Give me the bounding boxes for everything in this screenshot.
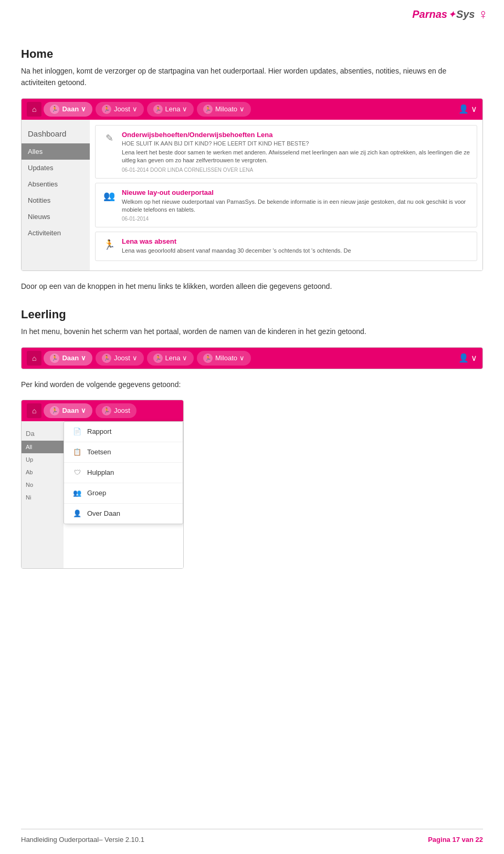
page-footer: Handleiding Ouderportaal– Versie 2.10.1 … [21,829,483,843]
screenshot-dashboard: ⌂ 🏃 Daan ∨ 🏃 Joost ∨ 🏃 Lena ∨ 🏃 Miloato … [21,98,483,271]
nav-child-joost-3[interactable]: 🏃 Joost [96,403,136,418]
card-body-1: Onderwijsbehoeften/Onderwijsbehoeften Le… [122,131,470,173]
dropdown-sidebar-ni[interactable]: Ni [22,491,64,504]
dropdown-menu-popup: 📄 Rapport 📋 Toetsen 🛡 Hulpplan 👥 Groep [64,421,183,524]
page-content: Home Na het inloggen, komt de verzorger … [0,0,504,620]
card-date-2: 06-01-2014 [122,216,470,222]
card-onderwijsbehoeften: ✎ Onderwijsbehoeften/Onderwijsbehoeften … [95,125,477,179]
home-title: Home [21,47,483,61]
card-lena-absent: 🏃 Lena was absent Lena was geoorloofd ab… [95,232,477,261]
footer-right: Pagina 17 van 22 [428,836,483,843]
footer-suffix: van [460,836,476,843]
nav-user-button-1[interactable]: 👤 ∨ [458,104,477,114]
daan-icon-3: 🏃 [50,406,59,415]
leerling-para2: Per kind worden de volgende gegevens get… [21,379,483,390]
leerling-title: Leerling [21,308,483,321]
dropdown-sidebar-no[interactable]: No [22,478,64,491]
card-users-icon: 👥 [102,189,117,203]
miloato-icon-1: 🏃 [203,105,213,114]
nav-child-lena-1[interactable]: 🏃 Lena ∨ [147,102,194,117]
card-title-1: Onderwijsbehoeften/Onderwijsbehoeften Le… [122,131,470,139]
leerling-para1: In het menu, bovenin het scherm van het … [21,326,483,337]
dropdown-item-groep[interactable]: 👥 Groep [64,483,183,504]
sidebar-updates[interactable]: Updates [22,160,90,176]
screenshot-dropdown: ⌂ 🏃 Daan ∨ 🏃 Joost Da All Up Ab No Ni [21,400,184,569]
dashboard-title: Dashboard [22,125,90,143]
miloato-icon-2: 🏃 [203,353,213,363]
card-run-icon: 🏃 [102,237,117,252]
over-daan-icon: 👤 [72,509,82,518]
logo: Parnas ✦ Sys ♀ [412,6,488,23]
home-button-2[interactable]: ⌂ [27,351,41,366]
screenshot-navbar: ⌂ 🏃 Daan ∨ 🏃 Joost ∨ 🏃 Lena ∨ 🏃 Miloato … [21,347,483,369]
sidebar-alles[interactable]: Alles [22,143,90,160]
dropdown-item-over-daan[interactable]: 👤 Over Daan [64,504,183,524]
sidebar-1: Dashboard Alles Updates Absenties Notiti… [22,120,90,270]
joost-icon-1: 🏃 [102,105,111,114]
nav-child-joost-1[interactable]: 🏃 Joost ∨ [96,102,144,117]
logo-parnas: Parnas [412,8,447,20]
logo-separator: ✦ [448,9,455,19]
joost-icon-3: 🏃 [102,406,111,415]
nav-child-miloato-1[interactable]: 🏃 Miloato ∨ [197,102,251,117]
dropdown-item-rapport[interactable]: 📄 Rapport [64,422,183,442]
daan-icon-1: 🏃 [50,105,59,114]
nav-bar-3: ⌂ 🏃 Daan ∨ 🏃 Joost [22,400,183,421]
card-text-1: Lena leert het beste door samen te werke… [122,149,470,165]
footer-page-prefix: Pagina [428,836,452,843]
lena-icon-2: 🏃 [153,353,163,363]
toetsen-label: Toetsen [87,448,111,456]
nav-user-button-2[interactable]: 👤 ∨ [458,353,477,363]
dropdown-item-hulpplan[interactable]: 🛡 Hulpplan [64,463,183,483]
nav-bar-2: ⌂ 🏃 Daan ∨ 🏃 Joost ∨ 🏃 Lena ∨ 🏃 Miloato … [22,348,482,369]
hulpplan-label: Hulpplan [87,468,114,476]
main-content-1: ✎ Onderwijsbehoeften/Onderwijsbehoeften … [90,120,482,270]
sidebar-notities[interactable]: Notities [22,192,90,209]
dropdown-sidebar-all[interactable]: All [22,441,64,453]
nav-child-joost-2[interactable]: 🏃 Joost ∨ [96,351,144,366]
dashboard-body-1: Dashboard Alles Updates Absenties Notiti… [22,120,482,270]
dropdown-dashboard-title: Da [22,426,64,441]
dropdown-item-toetsen[interactable]: 📋 Toetsen [64,442,183,463]
sidebar-absenties[interactable]: Absenties [22,176,90,192]
groep-icon: 👥 [72,488,82,498]
card-subtitle-1: HOE SLUIT IK AAN BIJ DIT KIND? HOE LEERT… [122,140,470,147]
footer-left: Handleiding Ouderportaal– Versie 2.10.1 [21,836,144,843]
home-para1: Na het inloggen, komt de verzorger op de… [21,65,483,89]
sidebar-nieuws[interactable]: Nieuws [22,209,90,225]
card-edit-icon: ✎ [102,131,117,145]
groep-label: Groep [87,489,106,497]
sidebar-activiteiten[interactable]: Activiteiten [22,225,90,241]
lena-icon-1: 🏃 [153,105,163,114]
nav-child-miloato-2[interactable]: 🏃 Miloato ∨ [197,351,251,366]
card-title-2: Nieuwe lay-out ouderportaal [122,189,470,196]
rapport-label: Rapport [87,428,111,435]
over-daan-label: Over Daan [87,509,120,517]
home-button-3[interactable]: ⌂ [27,403,41,418]
footer-current-page: 17 [452,836,459,843]
card-text-2: Welkom op het nieuwe ouderportaal van Pa… [122,198,470,214]
hulpplan-icon: 🛡 [72,468,82,477]
dropdown-main: 📄 Rapport 📋 Toetsen 🛡 Hulpplan 👥 Groep [64,421,183,568]
nav-bar-1: ⌂ 🏃 Daan ∨ 🏃 Joost ∨ 🏃 Lena ∨ 🏃 Miloato … [22,99,482,120]
nav-child-daan-3[interactable]: 🏃 Daan ∨ [44,403,92,418]
footer-total-pages: 22 [476,836,483,843]
rapport-icon: 📄 [72,427,82,436]
joost-icon-2: 🏃 [102,353,111,363]
nav-child-lena-2[interactable]: 🏃 Lena ∨ [147,351,194,366]
daan-icon-2: 🏃 [50,353,59,363]
nav-child-daan-2[interactable]: 🏃 Daan ∨ [44,351,92,366]
card-text-3: Lena was geoorloofd absent vanaf maandag… [122,247,470,255]
dropdown-sidebar-up[interactable]: Up [22,453,64,466]
card-title-3: Lena was absent [122,237,470,245]
card-body-2: Nieuwe lay-out ouderportaal Welkom op he… [122,189,470,222]
dropdown-sidebar-ab[interactable]: Ab [22,466,64,478]
toetsen-icon: 📋 [72,447,82,457]
nav-child-daan-1[interactable]: 🏃 Daan ∨ [44,102,92,117]
dropdown-sidebar: Da All Up Ab No Ni [22,421,64,568]
card-date-1: 06-01-2014 DOOR LINDA CORNELISSEN OVER L… [122,167,470,173]
home-para2: Door op een van de knoppen in het menu l… [21,280,483,292]
card-nieuwe-layout: 👥 Nieuwe lay-out ouderportaal Welkom op … [95,183,477,228]
card-body-3: Lena was absent Lena was geoorloofd abse… [122,237,470,255]
home-button-1[interactable]: ⌂ [27,102,41,117]
